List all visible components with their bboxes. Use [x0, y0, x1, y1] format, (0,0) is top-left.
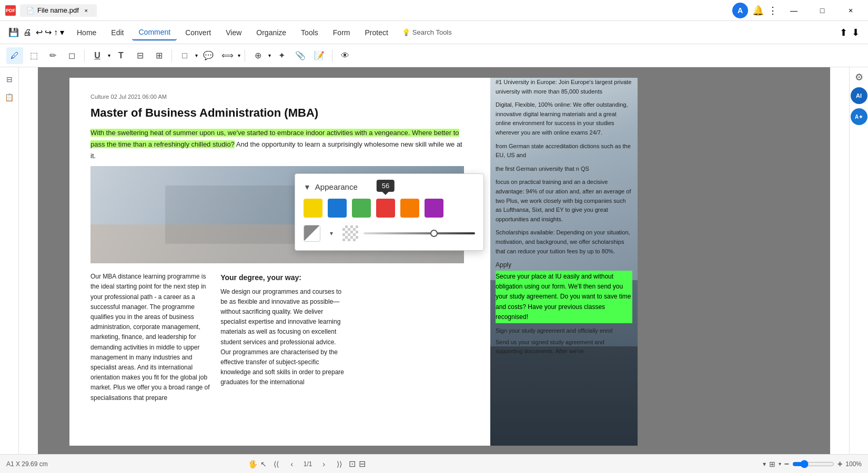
- measure-tool[interactable]: ⟺: [219, 47, 236, 64]
- fill-color-swatch[interactable]: [304, 225, 320, 242]
- tab-close-button[interactable]: ×: [82, 6, 90, 15]
- page-view-icon[interactable]: ⊞: [769, 460, 775, 468]
- color-blue[interactable]: [328, 199, 347, 218]
- pencil-icon: ✏: [49, 50, 56, 60]
- menu-protect[interactable]: Protect: [358, 25, 394, 40]
- underline-tool[interactable]: U: [89, 47, 106, 64]
- menu-form[interactable]: Form: [327, 25, 357, 40]
- page-view-dropdown[interactable]: ▾: [779, 461, 781, 467]
- content-area: Culture 02 Jul 2021 06:00 AM Master of B…: [19, 67, 849, 454]
- textbox-icon: T: [118, 51, 124, 60]
- stamp-tool[interactable]: ⊕: [249, 47, 266, 64]
- signature-tool[interactable]: ✦: [273, 47, 290, 64]
- color-purple[interactable]: [425, 199, 443, 218]
- save-icon[interactable]: 💾: [8, 27, 19, 37]
- close-button[interactable]: ×: [839, 0, 863, 21]
- share-icon[interactable]: ↑: [54, 28, 58, 37]
- table-tool[interactable]: ⊞: [150, 47, 167, 64]
- eraser-icon: ◻: [68, 50, 75, 60]
- right-bullet-6: Scholarships available: Depending on you…: [496, 228, 632, 256]
- menu-tools[interactable]: Tools: [295, 25, 325, 40]
- attach-tool[interactable]: 📎: [292, 47, 309, 64]
- textbox-tool[interactable]: T: [113, 47, 129, 64]
- fit-width-icon[interactable]: ⊡: [349, 459, 356, 469]
- menu-convert[interactable]: Convert: [179, 25, 217, 40]
- shape-dropdown[interactable]: ▾: [195, 53, 198, 58]
- stamp-dropdown[interactable]: ▾: [268, 53, 271, 58]
- zoom-out-button[interactable]: −: [784, 459, 789, 469]
- separator-1: [84, 49, 85, 62]
- prev-page-button[interactable]: ‹: [286, 458, 298, 470]
- callout-tool[interactable]: ⊟: [132, 47, 148, 64]
- comment-tool[interactable]: 💬: [200, 47, 217, 64]
- color-yellow[interactable]: [304, 199, 322, 218]
- area-highlight-tool[interactable]: ⬚: [25, 47, 42, 64]
- highlight-tool[interactable]: 🖊: [6, 47, 23, 64]
- zoom-in-button[interactable]: +: [837, 459, 842, 469]
- right-panel: ⚙ AI A✦: [849, 67, 868, 454]
- upload-icon[interactable]: ⬆: [840, 27, 847, 38]
- menu-view[interactable]: View: [219, 25, 248, 40]
- cursor-icon[interactable]: 🖐: [248, 460, 257, 468]
- fit-page-icon[interactable]: ⊟: [359, 459, 366, 469]
- zoom-type-dropdown[interactable]: ▾: [763, 460, 766, 468]
- zoom-slider[interactable]: [792, 460, 834, 468]
- select-icon[interactable]: ↖: [260, 460, 267, 468]
- kebab-menu-icon[interactable]: ⋮: [768, 5, 778, 16]
- collapse-icon[interactable]: ▼: [304, 183, 311, 191]
- sidebar-icon-2[interactable]: 📋: [2, 89, 17, 105]
- review-tool[interactable]: 👁: [337, 47, 354, 64]
- rect-icon: □: [182, 51, 187, 60]
- menu-comment[interactable]: Comment: [132, 25, 177, 40]
- pencil-tool[interactable]: ✏: [44, 47, 61, 64]
- search-tools-label: Search Tools: [412, 28, 452, 36]
- maximize-button[interactable]: □: [810, 0, 834, 21]
- more-icon[interactable]: ▾: [60, 27, 64, 37]
- right-bullet-4: the first German university that n QS: [496, 164, 632, 174]
- menu-organize[interactable]: Organize: [250, 25, 292, 40]
- file-tab[interactable]: 📄 File name.pdf ×: [20, 4, 97, 17]
- right-column: #1 University in Europe: Join Europe's l…: [490, 78, 638, 356]
- menu-home[interactable]: Home: [70, 25, 103, 40]
- print-icon[interactable]: 🖨: [23, 28, 32, 37]
- last-page-button[interactable]: ⟩⟩: [333, 458, 346, 470]
- send-text: Send us your signed study agreement and …: [496, 338, 632, 356]
- comment-icon: 💬: [203, 50, 214, 60]
- lower-left-col: Our MBA distance learning programme is t…: [90, 272, 210, 403]
- user-avatar[interactable]: A: [732, 3, 748, 18]
- menu-edit[interactable]: Edit: [105, 25, 130, 40]
- notification-icon[interactable]: 🔔: [752, 5, 764, 16]
- next-page-button[interactable]: ›: [317, 458, 330, 470]
- fill-color-dropdown[interactable]: ▾: [326, 228, 337, 239]
- ai-assistant-icon[interactable]: AI: [851, 87, 867, 104]
- redo-icon[interactable]: ↪: [45, 27, 52, 37]
- color-orange[interactable]: [400, 199, 419, 218]
- opacity-slider-thumb[interactable]: [430, 230, 438, 237]
- settings-icon[interactable]: ⚙: [855, 71, 863, 83]
- first-page-button[interactable]: ⟨⟨: [270, 458, 282, 470]
- note-tool[interactable]: 📝: [311, 47, 328, 64]
- titlebar: PDF 📄 File name.pdf × A 🔔 ⋮ — □ ×: [0, 0, 868, 21]
- color-green[interactable]: [352, 199, 371, 218]
- eraser-tool[interactable]: ◻: [63, 47, 80, 64]
- rect-tool[interactable]: □: [176, 47, 193, 64]
- minimize-button[interactable]: —: [782, 0, 806, 21]
- file-tab-icon: 📄: [26, 7, 34, 14]
- sidebar-icon-1[interactable]: ⊟: [2, 71, 17, 87]
- search-icon: 💡: [402, 28, 410, 36]
- appearance-title: Appearance: [315, 182, 358, 191]
- ai-translate-icon[interactable]: A✦: [851, 108, 867, 125]
- doc-title: Master of Business Administration (MBA): [90, 106, 464, 120]
- sign-text: Sign your study agreement and officially…: [496, 326, 632, 336]
- comment-toolbar: 🖊 ⬚ ✏ ◻ U ▾ T ⊟ ⊞ □ ▾ 💬 ⟺ ▾ ⊕ ▾ ✦ 📎 📝: [0, 44, 868, 67]
- opacity-pattern: [342, 225, 358, 241]
- color-red[interactable]: 56: [376, 199, 395, 218]
- search-tools-button[interactable]: 💡 Search Tools: [397, 26, 457, 39]
- measure-dropdown[interactable]: ▾: [238, 53, 240, 58]
- collapse-icon[interactable]: ⬇: [852, 27, 860, 38]
- left-sidebar: ⊟ 📋: [0, 67, 19, 454]
- underline-dropdown[interactable]: ▾: [108, 53, 110, 58]
- undo-icon[interactable]: ↩: [36, 27, 43, 37]
- table-icon: ⊞: [156, 50, 163, 60]
- right-bullet-1: #1 University in Europe: Join Europe's l…: [496, 78, 632, 96]
